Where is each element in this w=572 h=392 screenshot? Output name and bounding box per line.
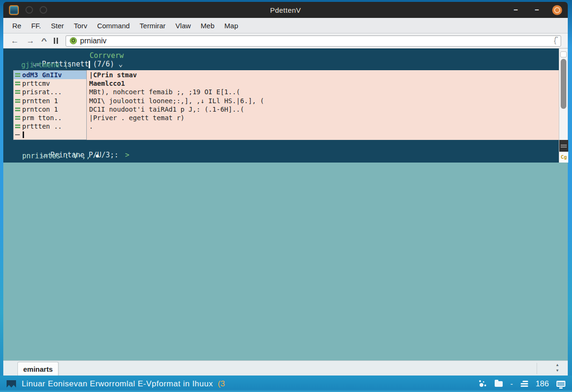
menu-item-command[interactable]: Command [97,22,130,30]
code-panel[interactable]: |CPrin stmav Maemlcco1 MBt), nohcoert fe… [87,70,559,140]
paw-icon[interactable] [479,380,487,388]
completion-item-selected[interactable]: odM3 GnIIv [14,71,86,79]
menu-item-vlaw[interactable]: Vlaw [175,22,191,30]
code-line: |CPrin stmav [89,71,559,79]
completion-cursor-row [14,131,86,139]
completion-item[interactable]: prntcon 1 [14,105,86,114]
editor-footer: ↳≡Printane P/U/3;:> pnriintes : V·,, ● [3,140,559,163]
dash-icon: - [510,380,513,388]
desktop: PdettenV – – Re FF. Ster Torv Command Te… [0,0,572,392]
completion-label: prntten 1 [22,97,58,105]
menu-item-meb[interactable]: Meb [201,22,215,30]
symbol-icon [15,81,20,86]
folder-icon[interactable] [495,381,503,387]
back-icon[interactable]: ← [11,36,19,46]
menu-item-termirar[interactable]: Termirar [140,22,166,30]
autocomplete-popup: odM3 GnIIv prttcmv prisrat... prntten 1 … [13,70,87,140]
editor-pane: ↳≡Prrttisnett (7/6) ⌄ Corrverw gjirtmene… [3,49,568,163]
completion-item[interactable]: prttten .. [14,122,86,131]
completion-item[interactable]: prm tton.. [14,114,86,122]
code-line: |Priver . egett temat r) [89,114,559,122]
forward-icon[interactable]: → [26,36,34,46]
prompt-arrow: > [125,151,129,159]
code-line: DC1I noudoot'i taiRAd1 p J,: (.1-6H]..( [89,105,559,114]
symbol-icon [15,98,20,104]
completion-item[interactable]: prttcmv [14,79,86,88]
window-titlebar: PdettenV – – [3,2,568,18]
code-line: MBt), nohcoert femaib ;, ;19 OI E[1..( [89,88,559,96]
keyboard-icon[interactable]: {⎴ [554,37,557,45]
display-icon[interactable] [556,381,565,387]
scroll-top-button[interactable] [560,51,567,57]
divider [537,363,537,374]
menu-item-ster[interactable]: Ster [51,22,64,30]
minimap-icon[interactable] [559,140,568,152]
paren-text: (: [59,61,72,69]
editor-scrollbar: Cg [559,49,568,163]
symbol-icon [15,72,20,78]
completion-item[interactable]: prisrat... [14,88,86,96]
taskbar: Linuar Eonisevan Erworromlal E-Vpformat … [0,376,572,392]
completion-label: prttcmv [22,80,50,87]
workspace-canvas[interactable] [3,163,568,360]
address-bar: O {⎴ [66,35,561,47]
menu-item-re[interactable]: Re [12,22,21,30]
editor-line-2: gjirtmene (: [21,61,72,69]
text-caret [23,131,24,138]
list-stack-icon[interactable] [521,381,528,387]
window-title: PdettenV [3,6,568,14]
completion-label: prisrat... [22,88,62,96]
function-name: gjirtmene [21,61,59,69]
code-line: . [89,122,559,131]
editor-caret [89,61,90,68]
code-line: MOI\ joulootti loonee;:,], ,↓ ILl HS.|6.… [89,97,559,105]
scroll-up-icon[interactable]: ▲ [555,362,559,368]
footer-line-2: pnriintes : V·,, [22,152,91,160]
symbol-icon [15,89,20,95]
symbol-icon [15,115,20,121]
completion-label: odM3 GnIIv [22,71,62,79]
code-line: Maemlcco1 [89,79,559,88]
bottom-tab-strip: eminarts ▲ ▼ [3,360,568,376]
address-input[interactable] [80,37,554,45]
dash-icon [15,134,20,135]
up-icon[interactable]: ^ [41,37,47,45]
menu-item-torv[interactable]: Torv [74,22,87,30]
completion-label: prttten .. [22,122,62,130]
scroll-down-icon[interactable]: ▼ [555,368,559,374]
menu-bar: Re FF. Ster Torv Command Termirar Vlaw M… [3,18,568,33]
taskbar-task-suffix: (3 [218,379,225,389]
updown-icon[interactable] [54,38,58,44]
scroll-badge[interactable]: Cg [559,152,568,163]
editor-annotation: Corrverw [90,51,124,60]
menu-item-ff[interactable]: FF. [31,22,41,30]
symbol-icon [15,106,20,112]
completion-label: prm tton.. [22,114,62,122]
go-icon[interactable]: O [70,37,77,44]
bookmark-icon[interactable] [7,380,16,388]
scrollbar-thumb[interactable] [561,59,566,109]
footer-dot-icon: ● [96,153,99,159]
nav-toolbar: ← → ^ O {⎴ [3,33,568,49]
completion-item[interactable]: prntten 1 [14,97,86,105]
symbol-icon [15,123,20,129]
tab-scroll-arrows: ▲ ▼ [555,362,559,374]
taskbar-task-label[interactable]: Linuar Eonisevan Erworromlal E-Vpformat … [22,379,213,389]
tab-eminarts[interactable]: eminarts [17,362,58,376]
menu-item-map[interactable]: Map [224,22,238,30]
completion-label: prntcon 1 [22,106,58,113]
taskbar-count: 186 [536,379,549,389]
